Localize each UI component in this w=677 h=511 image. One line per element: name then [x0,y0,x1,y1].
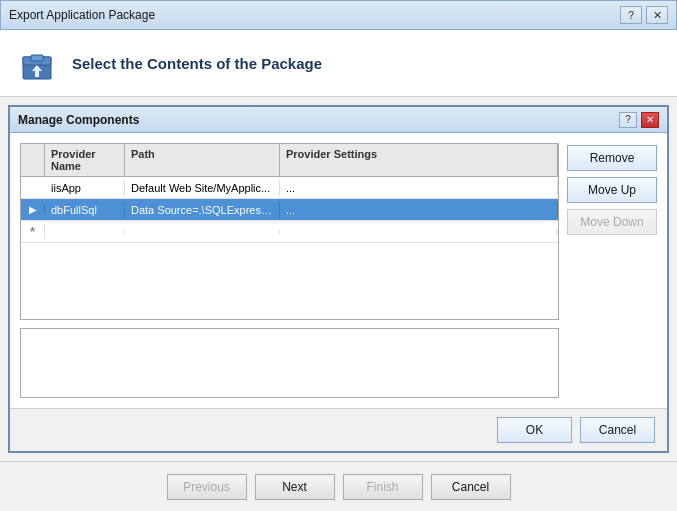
header-area: Select the Contents of the Package [0,30,677,97]
inner-title-controls: ? ✕ [619,112,659,128]
outer-title-text: Export Application Package [9,8,155,22]
inner-title-text: Manage Components [18,113,139,127]
cell-path-new [125,230,280,234]
data-grid[interactable]: Provider Name Path Provider Settings [20,143,559,320]
main-content: Manage Components ? ✕ Prov [0,97,677,461]
cell-settings-1: ... [280,180,558,196]
outer-help-button[interactable]: ? [620,6,642,24]
manage-components-dialog: Manage Components ? ✕ Prov [8,105,669,453]
svg-rect-2 [31,55,43,61]
inner-close-button[interactable]: ✕ [641,112,659,128]
cancel-dialog-button[interactable]: Cancel [580,417,655,443]
move-up-button[interactable]: Move Up [567,177,657,203]
row-indicator-2: ▶ [21,204,45,215]
table-row[interactable]: iisApp Default Web Site/MyApplic... ... [21,177,558,199]
ok-button[interactable]: OK [497,417,572,443]
package-icon [16,42,58,84]
move-down-button[interactable]: Move Down [567,209,657,235]
grid-header: Provider Name Path Provider Settings [21,144,558,177]
col-header-path: Path [125,144,280,176]
outer-close-button[interactable]: ✕ [646,6,668,24]
col-header-selector [21,144,45,176]
grid-body: iisApp Default Web Site/MyApplic... ... … [21,177,558,243]
table-section: Provider Name Path Provider Settings [20,143,559,398]
col-header-provider: Provider Name [45,144,125,176]
remove-button[interactable]: Remove [567,145,657,171]
dialog-footer: OK Cancel [10,408,667,451]
outer-title-bar: Export Application Package ? ✕ [0,0,677,30]
bottom-nav: Previous Next Finish Cancel [0,461,677,511]
cell-settings-2: ... [280,202,558,218]
inner-help-button[interactable]: ? [619,112,637,128]
previous-button[interactable]: Previous [167,474,247,500]
row-indicator-new: * [21,224,45,239]
cell-provider-new [45,230,125,234]
detail-panel [20,328,559,398]
next-button[interactable]: Next [255,474,335,500]
cell-settings-new [280,230,558,234]
finish-button[interactable]: Finish [343,474,423,500]
table-row-new[interactable]: * [21,221,558,243]
cancel-button[interactable]: Cancel [431,474,511,500]
table-row[interactable]: ▶ dbFullSql Data Source=.\SQLExpress;Dat… [21,199,558,221]
cell-provider-1: iisApp [45,180,125,196]
header-title: Select the Contents of the Package [72,55,322,72]
dialog-body: Provider Name Path Provider Settings [10,133,667,408]
buttons-section: Remove Move Up Move Down [567,143,657,398]
inner-title-bar: Manage Components ? ✕ [10,107,667,133]
cell-provider-2: dbFullSql [45,202,125,218]
outer-window: Export Application Package ? ✕ Select th… [0,0,677,511]
outer-title-controls: ? ✕ [620,6,668,24]
cell-path-1: Default Web Site/MyApplic... [125,180,280,196]
col-header-settings: Provider Settings [280,144,558,176]
cell-path-2: Data Source=.\SQLExpress;Dat [125,202,280,218]
